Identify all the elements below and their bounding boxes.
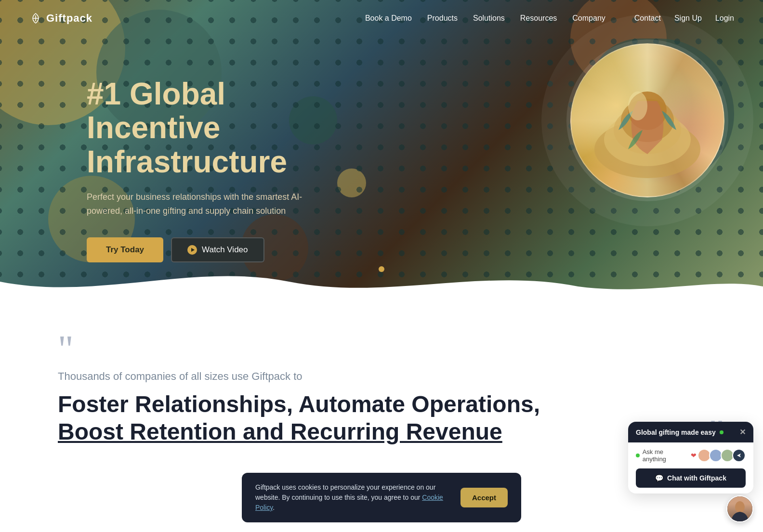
section-heading: Foster Relationships, Automate Operation… xyxy=(58,390,705,446)
play-icon xyxy=(187,245,197,255)
chat-widget: Global gifting made easy ✕ Ask me anythi… xyxy=(628,422,753,465)
carousel-dot[interactable] xyxy=(379,266,384,272)
logo[interactable]: Giftpack xyxy=(29,12,92,25)
hero-art-svg xyxy=(580,53,715,188)
hero-subtitle: Perfect your business relationships with… xyxy=(87,190,318,218)
try-today-button[interactable]: Try Today xyxy=(87,237,163,262)
nav-actions: Contact Sign Up Login xyxy=(634,14,734,23)
hero-art-circle xyxy=(570,43,724,197)
chat-header-left: Global gifting made easy xyxy=(636,428,724,436)
nav-solutions[interactable]: Solutions xyxy=(473,14,505,23)
close-icon[interactable]: ✕ xyxy=(739,428,746,437)
hero-title: #1 Global Incentive Infrastructure xyxy=(87,77,328,179)
send-icon xyxy=(732,449,746,462)
nav-resources[interactable]: Resources xyxy=(520,14,557,23)
chat-body: Ask me anything ❤ 💬 Chat with Giftpack xyxy=(628,442,753,465)
chat-status: Ask me anything ❤ xyxy=(636,448,746,463)
hero-art-inner xyxy=(571,44,724,196)
chat-title: Global gifting made easy xyxy=(636,428,716,436)
nav-signup[interactable]: Sign Up xyxy=(674,14,702,23)
svg-point-5 xyxy=(628,91,647,120)
online-indicator xyxy=(720,430,724,434)
hero-section: #1 Global Incentive Infrastructure Perfe… xyxy=(0,0,763,301)
nav-company[interactable]: Company xyxy=(572,14,605,23)
nav-contact[interactable]: Contact xyxy=(634,14,661,23)
section-heading-line1: Foster Relationships, Automate Operation… xyxy=(58,391,540,417)
chat-status-text: Ask me anything xyxy=(643,448,687,463)
chat-header: Global gifting made easy ✕ xyxy=(628,422,753,442)
nav-links: Book a Demo Products Solutions Resources… xyxy=(365,14,605,23)
nav-products[interactable]: Products xyxy=(427,14,458,23)
section-subtitle: Thousands of companies of all sizes use … xyxy=(58,370,705,383)
navigation: Giftpack Book a Demo Products Solutions … xyxy=(0,0,763,37)
nav-book-demo[interactable]: Book a Demo xyxy=(365,14,412,23)
watch-video-label: Watch Video xyxy=(202,245,248,255)
quote-mark: " xyxy=(58,339,705,359)
nav-login[interactable]: Login xyxy=(715,14,734,23)
chat-avatars xyxy=(699,449,746,462)
status-dot xyxy=(636,454,640,457)
heart-icon: ❤ xyxy=(691,452,697,459)
hero-buttons: Try Today Watch Video xyxy=(87,237,328,262)
watch-video-button[interactable]: Watch Video xyxy=(171,237,264,262)
hero-content: #1 Global Incentive Infrastructure Perfe… xyxy=(0,0,328,301)
logo-text: Giftpack xyxy=(46,12,92,25)
section-heading-line2: Boost Retention and Recurring Revenue xyxy=(58,419,502,444)
